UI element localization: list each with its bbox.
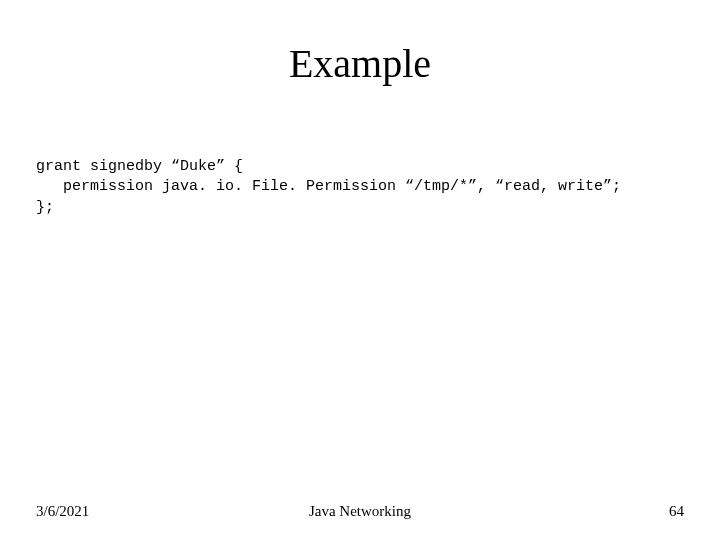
slide-footer: 3/6/2021 Java Networking 64	[36, 503, 684, 520]
footer-topic: Java Networking	[36, 503, 684, 520]
slide: Example grant signedby “Duke” { permissi…	[0, 0, 720, 540]
code-block: grant signedby “Duke” { permission java.…	[36, 157, 684, 218]
slide-title: Example	[36, 40, 684, 87]
footer-date: 3/6/2021	[36, 503, 89, 520]
footer-page: 64	[669, 503, 684, 520]
